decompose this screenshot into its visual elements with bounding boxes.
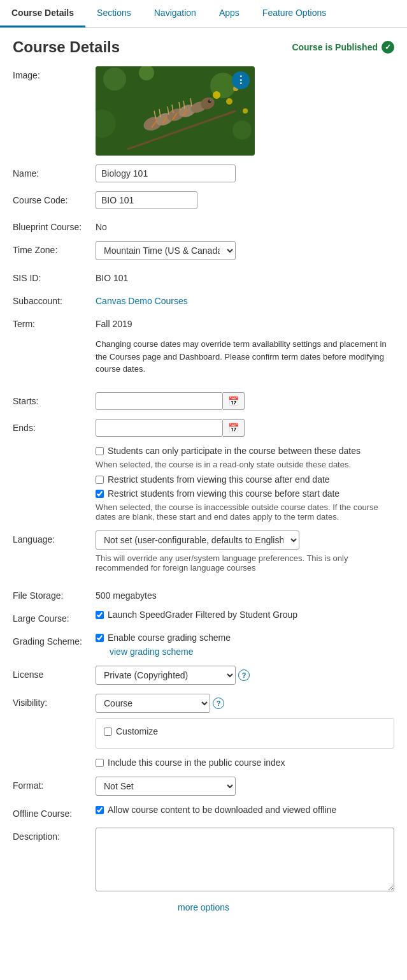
timezone-select[interactable]: Mountain Time (US & Canada) (-: [96, 241, 236, 260]
file-storage-value: 500 megabytes: [96, 587, 394, 601]
ends-date-input-row: 📅: [96, 419, 394, 437]
course-code-label: Course Code:: [13, 191, 96, 205]
visibility-select[interactable]: Course: [96, 694, 210, 713]
sis-id-value: BIO 101: [96, 269, 394, 283]
format-row: Format: Not Set: [13, 777, 394, 796]
course-code-row: Course Code:: [13, 191, 394, 209]
tab-course-details[interactable]: Course Details: [0, 0, 85, 27]
published-badge: Course is Published ✓: [292, 41, 394, 54]
license-help-icon[interactable]: ?: [238, 669, 250, 681]
ends-label: Ends:: [13, 419, 96, 433]
grading-scheme-value: Enable course grading scheme view gradin…: [96, 633, 394, 657]
ends-calendar-button[interactable]: 📅: [223, 419, 245, 437]
name-value: [96, 165, 394, 182]
header-row: Course Details Course is Published ✓: [13, 38, 394, 56]
license-select[interactable]: Private (Copyrighted): [96, 666, 236, 685]
restrict-after-checkbox[interactable]: [96, 476, 104, 484]
page-content: Course Details Course is Published ✓ Ima…: [0, 28, 407, 933]
subaccount-value: Canvas Demo Courses: [96, 292, 394, 306]
students-participate-row: Students can only participate in the cou…: [96, 446, 394, 456]
grading-scheme-checkbox[interactable]: [96, 634, 104, 642]
subaccount-row: Subaccount: Canvas Demo Courses: [13, 292, 394, 306]
license-value: Private (Copyrighted) ?: [96, 666, 394, 685]
students-participate-label: Students can only participate in the cou…: [108, 446, 361, 456]
visibility-label: Visibility:: [13, 694, 96, 708]
large-course-checkbox-row: Launch SpeedGrader Filtered by Student G…: [96, 610, 394, 620]
svg-point-1: [103, 68, 126, 91]
large-course-row: Large Course: Launch SpeedGrader Filtere…: [13, 610, 394, 624]
sis-id-row: SIS ID: BIO 101: [13, 269, 394, 283]
starts-date-input[interactable]: [96, 392, 223, 410]
grading-scheme-label: Grading Scheme:: [13, 633, 96, 647]
include-public-checkbox[interactable]: [96, 759, 104, 767]
restrict-before-hint: When selected, the course is inaccessibl…: [96, 502, 394, 522]
students-participate-checkbox[interactable]: [96, 447, 104, 455]
name-row: Name:: [13, 165, 394, 182]
offline-course-row: Offline Course: Allow course content to …: [13, 805, 394, 819]
include-public-label: Include this course in the public course…: [108, 757, 285, 768]
view-grading-scheme-link[interactable]: view grading scheme: [110, 647, 394, 657]
language-select[interactable]: Not set (user-configurable, defaults to …: [96, 530, 299, 550]
restrict-before-checkbox[interactable]: [96, 490, 104, 498]
restrict-after-label: Restrict students from viewing this cour…: [108, 474, 330, 485]
page-title: Course Details: [13, 38, 120, 56]
subaccount-label: Subaccount:: [13, 292, 96, 306]
name-input[interactable]: [96, 165, 236, 182]
offline-course-value: Allow course content to be downloaded an…: [96, 805, 394, 819]
blueprint-label: Blueprint Course:: [13, 218, 96, 232]
license-row: License Private (Copyrighted) ?: [13, 666, 394, 685]
blueprint-row: Blueprint Course: No: [13, 218, 394, 232]
tab-apps[interactable]: Apps: [208, 0, 251, 27]
offline-course-checkbox[interactable]: [96, 806, 104, 814]
svg-point-19: [210, 100, 211, 101]
svg-point-7: [226, 98, 232, 105]
visibility-help-icon[interactable]: ?: [213, 698, 224, 709]
more-options-link[interactable]: more options: [178, 902, 229, 912]
term-row: Term: Fall 2019: [13, 315, 394, 329]
language-value: Not set (user-configurable, defaults to …: [96, 530, 394, 578]
include-public-section: Include this course in the public course…: [96, 757, 394, 768]
grading-scheme-row: Grading Scheme: Enable course grading sc…: [13, 633, 394, 657]
date-note-spacer: [13, 338, 96, 342]
description-textarea[interactable]: [96, 828, 394, 891]
course-code-value: [96, 191, 394, 209]
course-code-input[interactable]: [96, 191, 197, 209]
starts-calendar-button[interactable]: 📅: [223, 392, 245, 410]
tab-sections[interactable]: Sections: [85, 0, 143, 27]
restrict-after-row: Restrict students from viewing this cour…: [96, 474, 394, 485]
svg-point-18: [208, 100, 211, 103]
blueprint-value: No: [96, 218, 394, 232]
ends-date-input[interactable]: [96, 419, 223, 437]
offline-course-checkbox-row: Allow course content to be downloaded an…: [96, 805, 394, 815]
timezone-row: Time Zone: Mountain Time (US & Canada) (…: [13, 241, 394, 260]
tab-navigation[interactable]: Navigation: [143, 0, 208, 27]
restrict-before-row: Restrict students from viewing this cour…: [96, 488, 394, 499]
starts-label: Starts:: [13, 392, 96, 406]
description-row: Description:: [13, 828, 394, 893]
format-value: Not Set: [96, 777, 394, 796]
svg-point-4: [232, 121, 252, 140]
customize-label: Customize: [116, 726, 158, 736]
starts-row: Starts: 📅: [13, 392, 394, 410]
published-label: Course is Published: [292, 42, 378, 52]
course-image-svg: [96, 66, 255, 156]
restrict-before-label: Restrict students from viewing this cour…: [108, 488, 339, 499]
visibility-value: Course ? Customize: [96, 694, 394, 749]
tab-feature-options[interactable]: Feature Options: [251, 0, 338, 27]
term-value: Fall 2019: [96, 315, 394, 329]
visibility-row: Visibility: Course ? Customize: [13, 694, 394, 749]
offline-course-checkbox-label: Allow course content to be downloaded an…: [108, 805, 336, 815]
subaccount-link[interactable]: Canvas Demo Courses: [96, 296, 188, 306]
tabs-container: Course Details Sections Navigation Apps …: [0, 0, 407, 28]
timezone-value: Mountain Time (US & Canada) (-: [96, 241, 394, 260]
starts-date-input-row: 📅: [96, 392, 394, 410]
file-storage-label: File Storage:: [13, 587, 96, 601]
image-menu-button[interactable]: ⋮: [232, 71, 250, 89]
name-label: Name:: [13, 165, 96, 179]
language-hint: This will override any user/system langu…: [96, 553, 394, 573]
format-select[interactable]: Not Set: [96, 777, 236, 796]
format-label: Format:: [13, 777, 96, 791]
large-course-checkbox-label: Launch SpeedGrader Filtered by Student G…: [108, 610, 297, 620]
customize-checkbox[interactable]: [104, 728, 112, 736]
large-course-checkbox[interactable]: [96, 611, 104, 619]
